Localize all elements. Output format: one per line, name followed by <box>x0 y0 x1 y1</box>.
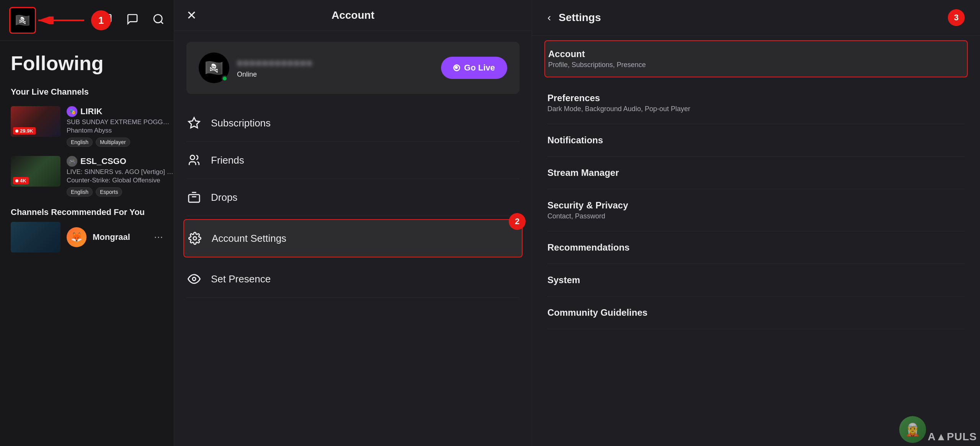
channel-desc-lirik: SUB SUNDAY EXTREME POGGOLI ... <box>67 118 174 126</box>
channel-desc-esl: LIVE: SINNERS vs. AGO [Vertigo] M... <box>67 168 174 176</box>
svg-rect-6 <box>189 195 199 202</box>
mongraal-options-icon[interactable]: ⋯ <box>154 232 163 243</box>
menu-item-subscriptions[interactable]: Subscriptions <box>186 105 519 142</box>
svg-point-7 <box>193 237 197 240</box>
account-card: 🏴‍☠️ ●●●●●●●●●●●● Online Go Live <box>186 42 519 94</box>
tag-english-esl: English <box>67 187 93 197</box>
settings-security-sub: Contact, Password <box>547 212 965 220</box>
annotation-badge-1: 1 <box>91 10 111 30</box>
channel-name-lirik: 🎭 LIRIK <box>67 106 174 117</box>
drops-label: Drops <box>211 192 237 203</box>
annotation-arrow: 1 <box>34 10 111 30</box>
settings-item-notifications[interactable]: Notifications <box>547 124 965 157</box>
settings-item-stream-manager[interactable]: Stream Manager <box>547 157 965 189</box>
menu-item-account-settings-wrapper: 2 Account Settings <box>186 219 519 257</box>
settings-stream-manager-title: Stream Manager <box>547 167 965 178</box>
menu-item-drops[interactable]: Drops <box>186 179 519 216</box>
user-avatar-wrapper[interactable]: 🏴‍☠️ <box>9 7 36 34</box>
right-header: ‹ Settings 3 <box>532 0 980 36</box>
recommended-label: Channels Recommended For You <box>0 201 174 217</box>
star-icon <box>186 115 202 131</box>
lirik-avatar-icon: 🎭 <box>67 106 77 117</box>
settings-recommendations-title: Recommendations <box>547 242 965 253</box>
middle-panel: ✕ Account 🏴‍☠️ ●●●●●●●●●●●● Online Go Li… <box>174 0 532 446</box>
live-channels-label: Your Live Channels <box>0 81 174 102</box>
annotation-badge-3: 3 <box>948 9 965 26</box>
svg-point-5 <box>190 155 194 159</box>
menu-item-friends[interactable]: Friends <box>186 142 519 179</box>
back-button[interactable]: ‹ <box>547 11 551 24</box>
settings-item-recommendations[interactable]: Recommendations <box>547 231 965 264</box>
eye-icon <box>186 271 202 287</box>
settings-items-list: Account Profile, Subscriptions, Presence… <box>532 36 980 329</box>
close-button[interactable]: ✕ <box>186 9 197 21</box>
settings-notifications-title: Notifications <box>547 135 965 146</box>
right-panel: ‹ Settings 3 Account Profile, Subscripti… <box>532 0 980 446</box>
settings-preferences-title: Preferences <box>547 93 965 103</box>
search-icon[interactable] <box>152 13 165 28</box>
channel-item-lirik[interactable]: 29.9K 🎭 LIRIK SUB SUNDAY EXTREME POGGOLI… <box>0 102 174 151</box>
channel-thumb-lirik: 29.9K <box>11 106 60 137</box>
account-info: ●●●●●●●●●●●● Online <box>237 57 313 79</box>
drops-icon <box>186 190 202 205</box>
user-avatar: 🏴‍☠️ <box>10 8 35 33</box>
arrow-svg <box>34 16 88 24</box>
watermark-avatar: 🧝 <box>899 416 926 443</box>
friends-label: Friends <box>211 154 244 166</box>
channel-name-esl: 🎮 ESL_CSGO <box>67 156 174 167</box>
esl-avatar-icon: 🎮 <box>67 156 77 167</box>
channel-info-lirik: 🎭 LIRIK SUB SUNDAY EXTREME POGGOLI ... P… <box>67 106 174 147</box>
account-settings-label: Account Settings <box>212 233 286 244</box>
channel-thumb-esl: 4K <box>11 156 60 187</box>
account-settings-icon <box>187 231 203 246</box>
watermark: 🧝 A▲PULS <box>896 413 980 446</box>
channel-tags-lirik: English Multiplayer <box>67 138 174 147</box>
watermark-text: A▲PULS <box>928 431 977 443</box>
svg-marker-4 <box>189 118 199 128</box>
channel-item-esl[interactable]: 4K 🎮 ESL_CSGO LIVE: SINNERS vs. AGO [Ver… <box>0 151 174 201</box>
subscriptions-label: Subscriptions <box>211 117 271 129</box>
channel-info-esl: 🎮 ESL_CSGO LIVE: SINNERS vs. AGO [Vertig… <box>67 156 174 197</box>
mongraal-thumb <box>11 222 60 253</box>
account-avatar-image: 🏴‍☠️ <box>199 52 229 83</box>
menu-items-list: Subscriptions Friends Drops 2 Account Se… <box>174 105 532 298</box>
settings-security-title: Security & Privacy <box>547 200 965 211</box>
go-live-pulse-icon <box>453 64 460 71</box>
channel-game-esl: Counter-Strike: Global Offensive <box>67 177 174 184</box>
left-panel: 🏴‍☠️ 1 <box>0 0 174 446</box>
annotation-badge-2: 2 <box>509 213 526 230</box>
live-badge-esl: 4K <box>13 177 29 184</box>
settings-account-sub: Profile, Subscriptions, Presence <box>548 61 964 69</box>
recommended-item-mongraal[interactable]: 🦊 Mongraal ⋯ <box>0 217 174 257</box>
middle-header: ✕ Account <box>174 0 532 31</box>
svg-point-8 <box>193 277 196 281</box>
go-live-button[interactable]: Go Live <box>441 57 507 79</box>
menu-item-set-presence[interactable]: Set Presence <box>186 261 519 298</box>
live-badge-lirik: 29.9K <box>13 127 36 134</box>
settings-item-system[interactable]: System <box>547 264 965 297</box>
following-title: Following <box>0 41 174 81</box>
account-avatar-section: 🏴‍☠️ ●●●●●●●●●●●● Online <box>199 52 313 83</box>
settings-community-title: Community Guidelines <box>547 307 965 318</box>
settings-title: Settings <box>559 11 601 24</box>
channel-game-lirik: Phantom Abyss <box>67 127 174 134</box>
settings-account-title: Account <box>548 49 964 59</box>
account-status: Online <box>237 71 313 79</box>
mongraal-avatar: 🦊 <box>67 227 87 247</box>
mongraal-name: Mongraal <box>93 232 130 242</box>
settings-item-community-guidelines[interactable]: Community Guidelines <box>547 297 965 329</box>
set-presence-label: Set Presence <box>211 273 271 285</box>
settings-system-title: System <box>547 275 965 285</box>
friends-icon <box>186 152 202 168</box>
chat-icon[interactable] <box>126 13 139 28</box>
channel-tags-esl: English Esports <box>67 187 174 197</box>
tag-english-lirik: English <box>67 138 93 147</box>
settings-item-account[interactable]: Account Profile, Subscriptions, Presence <box>544 40 968 77</box>
middle-title: Account <box>332 9 374 21</box>
tag-multiplayer-lirik: Multiplayer <box>96 138 130 147</box>
settings-item-preferences[interactable]: Preferences Dark Mode, Background Audio,… <box>547 82 965 124</box>
left-header: 🏴‍☠️ 1 <box>0 0 174 41</box>
settings-item-security[interactable]: Security & Privacy Contact, Password <box>547 189 965 231</box>
menu-item-account-settings[interactable]: Account Settings <box>183 219 523 257</box>
online-status-dot <box>222 75 228 82</box>
